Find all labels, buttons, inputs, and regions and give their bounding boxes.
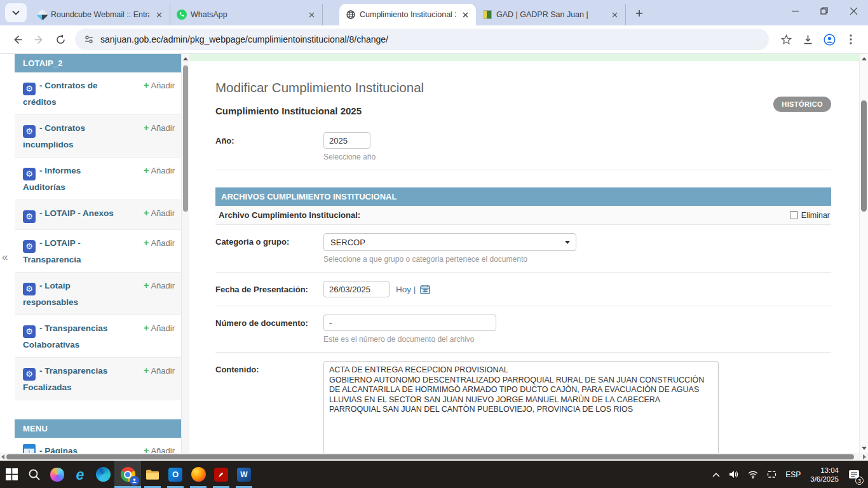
plus-icon: + <box>144 445 149 453</box>
forward-button[interactable] <box>28 29 50 50</box>
taskbar-chrome-button[interactable] <box>114 461 141 488</box>
windows-logo-icon <box>6 468 18 480</box>
tab-search-button[interactable] <box>5 3 27 22</box>
tab-roundcube[interactable]: Roundcube Webmail :: Entrada <box>31 4 170 25</box>
categoria-select[interactable]: SERCOP <box>323 233 576 251</box>
page-scrollbar[interactable] <box>859 54 868 453</box>
fecha-input[interactable] <box>323 281 390 297</box>
add-link[interactable]: +Añadir <box>144 122 175 133</box>
sidebar-scrollbar-thumb[interactable] <box>183 65 188 212</box>
tab-gad[interactable]: GAD | GADPR San Juan | <box>476 4 626 25</box>
browser-tabstrip: Roundcube Webmail :: Entrada WhatsApp Cu… <box>0 0 868 25</box>
minimize-button[interactable] <box>780 0 810 22</box>
add-link[interactable]: +Añadir <box>144 365 175 376</box>
scroll-up-arrow-icon[interactable] <box>183 57 188 60</box>
reload-button[interactable] <box>50 29 71 50</box>
scroll-down-arrow-icon[interactable] <box>862 447 867 450</box>
tray-chevron-up-icon[interactable] <box>708 461 724 488</box>
ano-input[interactable] <box>323 132 370 149</box>
close-window-button[interactable] <box>839 0 868 22</box>
sidebar-item-transparencias-colaborativas[interactable]: ⚙- Transparencias Colaborativas +Añadir <box>15 315 181 358</box>
gear-icon: ⚙ <box>23 325 36 338</box>
contenido-textarea[interactable]: ACTA DE ENTREGA RECEPCION PROVISIONAL GO… <box>323 361 719 453</box>
internet-explorer-icon: e <box>76 468 85 482</box>
scroll-right-arrow-icon[interactable] <box>863 454 866 459</box>
sidebar-item-contratos-incumplidos[interactable]: ⚙- Contratos incumplidos +Añadir <box>15 115 181 158</box>
historico-button[interactable]: HISTÓRICO <box>773 97 831 112</box>
add-link[interactable]: +Añadir <box>144 207 175 218</box>
notification-center-button[interactable]: 3 <box>844 461 864 488</box>
hoy-link[interactable]: Hoy | <box>396 285 416 294</box>
field-row-contenido: Contenido: ACTA DE ENTREGA RECEPCION PRO… <box>215 353 831 453</box>
sidebar-item-paginas[interactable]: - Páginas +Añadir <box>15 438 181 453</box>
back-button[interactable] <box>6 29 28 50</box>
plus-icon: + <box>144 365 149 376</box>
word-icon: W <box>237 468 251 482</box>
taskbar-copilot-button[interactable] <box>46 461 69 488</box>
sidebar-scrollbar[interactable] <box>181 54 189 453</box>
taskbar-clock[interactable]: 13:04 3/6/2025 <box>805 466 844 484</box>
taskbar-edge-button[interactable] <box>92 461 114 488</box>
restore-button[interactable] <box>810 0 839 22</box>
taskbar-explorer-button[interactable] <box>141 461 164 488</box>
tab-cumplimiento-active[interactable]: Cumplimiento Institucional 202 <box>339 4 476 25</box>
close-icon[interactable] <box>609 9 620 20</box>
sidebar-item-contratos-creditos[interactable]: ⚙- Contratos de créditos +Añadir <box>15 72 181 115</box>
calendar-icon[interactable] <box>420 285 430 294</box>
categoria-label: Categoria o grupo: <box>215 233 323 264</box>
download-icon[interactable] <box>797 29 818 50</box>
gear-icon: ⚙ <box>23 368 36 381</box>
categoria-help: Seleccione a que grupo o categoria perte… <box>323 255 576 264</box>
horizontal-scrollbar[interactable] <box>0 453 868 461</box>
add-link[interactable]: +Añadir <box>144 237 175 248</box>
language-indicator[interactable]: ESP <box>781 461 805 488</box>
main-content: HISTÓRICO Modificar Cumplimiento Institu… <box>189 54 859 453</box>
file-explorer-icon <box>146 469 159 480</box>
sidebar-item-lotaip-transparencia[interactable]: ⚙- LOTAIP - Transparencia +Añadir <box>15 230 181 273</box>
tray-wifi-icon[interactable] <box>743 461 763 488</box>
numero-input[interactable] <box>323 315 496 331</box>
chevron-down-icon <box>12 10 20 15</box>
tab-title: Roundcube Webmail :: Entrada <box>51 10 149 19</box>
sidebar-gap <box>15 400 181 419</box>
page-scrollbar-thumb[interactable] <box>861 100 867 212</box>
taskbar-acrobat-button[interactable] <box>210 461 233 488</box>
sidebar-item-transparencias-focalizadas[interactable]: ⚙- Transparencias Focalizadas +Añadir <box>15 358 181 400</box>
scroll-up-arrow-icon[interactable] <box>862 57 867 60</box>
taskbar-search-button[interactable] <box>23 461 46 488</box>
new-tab-button[interactable] <box>631 5 648 22</box>
bookmark-star-icon[interactable] <box>775 29 797 50</box>
add-link[interactable]: +Añadir <box>144 165 175 175</box>
sidebar-collapse-button[interactable]: « <box>2 251 8 264</box>
start-button[interactable] <box>0 461 23 488</box>
scroll-left-arrow-icon[interactable] <box>1 454 4 459</box>
add-link[interactable]: +Añadir <box>144 280 175 290</box>
add-link[interactable]: +Añadir <box>144 322 175 333</box>
taskbar-ie-button[interactable]: e <box>69 461 92 488</box>
sidebar-item-informes-auditorias[interactable]: ⚙- Informes Auditorías +Añadir <box>15 158 181 200</box>
tray-device-icon[interactable] <box>763 461 781 488</box>
address-bar[interactable]: sanjuan.gob.ec/admin/pkg_webpage/cumplim… <box>75 29 769 50</box>
window-controls <box>780 0 868 22</box>
field-row-ano: Año: Seleccione año <box>215 124 831 170</box>
tab-whatsapp[interactable]: WhatsApp <box>170 4 323 25</box>
success-message-strip <box>189 54 859 61</box>
tab-title: WhatsApp <box>191 10 302 19</box>
sidebar-item-lotaip-responsables[interactable]: ⚙- Lotaip responsables +Añadir <box>15 273 181 315</box>
menu-dots-icon[interactable] <box>840 29 862 50</box>
sidebar-item-lotaip-anexos[interactable]: ⚙- LOTAIP - Anexos +Añadir <box>15 200 181 230</box>
field-row-categoria: Categoria o grupo: SERCOP Seleccione a q… <box>215 225 831 273</box>
close-icon[interactable] <box>306 9 317 20</box>
close-icon[interactable] <box>153 9 165 20</box>
taskbar-word-button[interactable]: W <box>233 461 255 488</box>
taskbar-outlook-button[interactable]: O <box>164 461 187 488</box>
eliminar-control[interactable]: Eliminar <box>790 211 830 220</box>
add-link[interactable]: +Añadir <box>144 79 175 90</box>
tray-volume-icon[interactable] <box>724 461 743 488</box>
taskbar-firefox-button[interactable] <box>187 461 210 488</box>
add-link[interactable]: +Añadir <box>144 445 175 453</box>
horizontal-scrollbar-thumb[interactable] <box>6 454 854 459</box>
close-icon[interactable] <box>459 9 471 20</box>
eliminar-checkbox[interactable] <box>790 211 798 219</box>
profile-avatar-icon[interactable] <box>818 29 840 50</box>
